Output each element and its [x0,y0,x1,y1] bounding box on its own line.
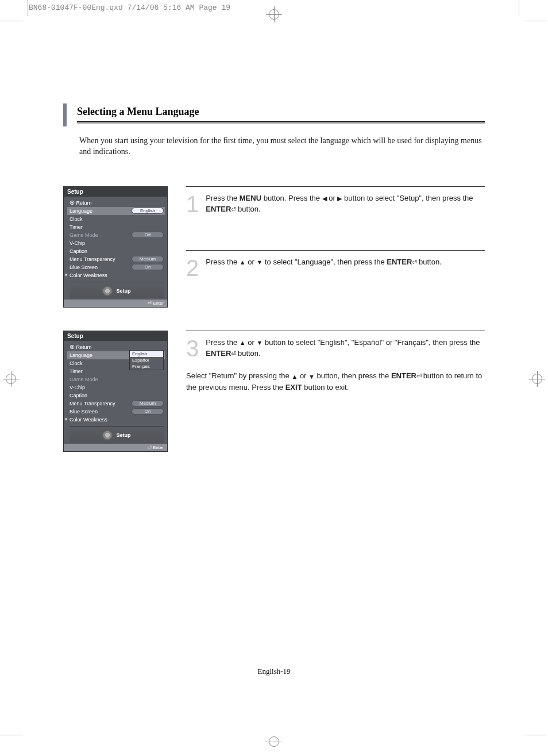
down-arrow-icon: ▼ [256,258,263,267]
osd-item: Color Weakness [70,417,164,423]
gear-icon [102,286,113,296]
down-arrow-icon: ▼ [256,338,263,348]
osd-item: Language [70,208,132,214]
osd-item: Clock [70,216,164,222]
crop-mark [0,21,23,21]
osd-item: ⦿ Return [70,344,164,350]
crop-mark [28,0,28,16]
gear-icon [102,430,113,440]
osd-value: On [132,264,164,270]
osd-footer: ⏎ Enter [64,444,167,451]
step-1-row: Setup ⦿ Return LanguageEnglish Clock Tim… [63,186,485,308]
page-number: English-19 [0,667,548,676]
step-number: 2 [186,256,199,279]
registration-mark-icon [265,742,281,742]
prepress-header: BN68-01047F-00Eng.qxd 7/14/06 5:16 AM Pa… [29,3,230,12]
page-content: Selecting a Menu Language When you start… [63,103,485,452]
osd-item: Blue Screen [70,409,132,415]
osd-value: On [132,408,164,415]
step-1-text: Press the MENU button. Press the ◀ or ▶ … [186,193,485,215]
osd-item: V-Chip [70,385,164,390]
osd-item: Blue Screen [70,264,132,270]
registration-mark-icon [532,374,542,384]
left-arrow-icon: ◀ [322,194,327,204]
enter-icon: ⏎ [416,371,421,381]
up-arrow-icon: ▲ [240,258,246,267]
section-header: Selecting a Menu Language [63,103,485,126]
step-number: 1 [186,193,199,216]
dropdown-option: Español [130,357,163,363]
osd-item: Menu Transparency [70,401,132,406]
osd-category-label: Setup [116,432,130,438]
osd-item: Game Mode [70,377,164,382]
osd-value: Medium [132,256,164,262]
dropdown-option: English [130,351,163,357]
registration-mark-icon [6,374,16,384]
osd-title: Setup [64,331,167,341]
osd-item: V-Chip [70,240,164,246]
osd-item: Caption [70,248,164,254]
step-number: 3 [186,337,199,360]
osd-item: Color Weakness [70,273,164,278]
registration-mark-icon [269,9,279,20]
osd-item: Game Mode [70,232,132,238]
crop-mark [524,735,547,735]
osd-footer: ⏎ Enter [64,300,167,307]
osd-screenshot-2: Setup ⦿ Return Language Clock Timer Game… [63,331,168,452]
osd-value: English [132,208,164,214]
osd-value: Medium [132,400,164,406]
crop-mark [0,735,23,735]
up-arrow-icon: ▲ [240,338,246,348]
osd-category-label: Setup [116,288,130,294]
up-arrow-icon: ▲ [291,372,298,382]
section-title: Selecting a Menu Language [77,106,485,118]
osd-screenshot-1: Setup ⦿ Return LanguageEnglish Clock Tim… [63,186,168,308]
step-2-text: Press the ▲ or ▼ to select "Language", t… [186,256,485,268]
intro-text: When you start using your television for… [79,136,485,158]
crop-mark [519,0,519,16]
crop-mark [524,21,547,21]
dropdown-option: Français [130,363,163,370]
osd-item: Timer [70,224,164,230]
step-3-row: Setup ⦿ Return Language Clock Timer Game… [63,331,485,452]
osd-item: ⦿ Return [70,200,164,206]
osd-title: Setup [64,187,167,197]
osd-item: Caption [70,393,164,398]
step-3-text: Press the ▲ or ▼ button to select "Engli… [186,337,485,393]
osd-value: Off [132,232,164,238]
osd-item: Menu Transparency [70,256,132,262]
language-dropdown: English Español Français [129,350,164,370]
down-arrow-icon: ▼ [308,372,315,382]
